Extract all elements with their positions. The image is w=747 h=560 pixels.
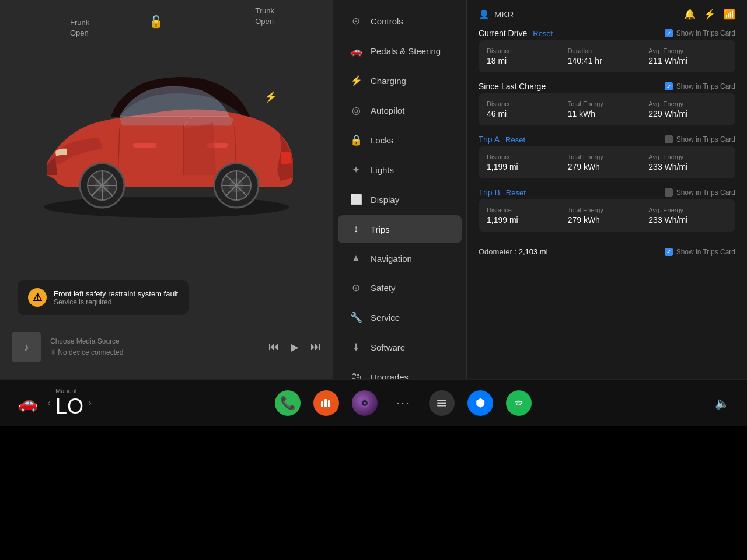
service-label: Service [371,313,400,323]
more-options-button[interactable]: ··· [390,390,416,416]
since-charge-checkbox[interactable]: ✓ [665,82,673,90]
trip-a-reset[interactable]: Reset [505,135,525,144]
display-icon: ⬜ [350,194,362,206]
car-home-icon[interactable]: 🚗 [18,393,38,412]
svg-rect-26 [437,400,446,401]
display-label: Display [371,195,399,205]
user-name-text: MKR [494,9,514,19]
svg-rect-18 [133,143,156,148]
menu-item-lights[interactable]: ✦ Lights [338,156,462,184]
menu-item-software[interactable]: ⬇ Software [338,333,462,362]
software-label: Software [371,342,405,352]
wifi-icon: 📶 [724,9,735,20]
trip-b-header: Trip B Reset Show in Trips Card [479,188,735,197]
media-source: Choose Media Source [50,336,259,347]
svg-rect-22 [328,400,330,407]
play-button[interactable]: ▶ [291,341,299,354]
temp-arrow-right[interactable]: › [88,397,92,409]
trip-b-section: Trip B Reset Show in Trips Card Distance… [479,188,735,232]
odometer-show-trips: ✓ Show in Trips Card [665,248,735,256]
menu-item-autopilot[interactable]: ◎ Autopilot [338,96,462,125]
bluetooth-button[interactable]: ⬢ [467,390,493,416]
menu-item-locks[interactable]: 🔒 Locks [338,126,462,155]
media-controls[interactable]: ⏮ ▶ ⏭ [268,341,321,354]
user-avatar-icon: 👤 [479,9,490,20]
current-drive-section: Current Drive Reset ✓ Show in Trips Card… [479,29,735,72]
trip-a-header: Trip A Reset Show in Trips Card [479,135,735,144]
camera-icon-button[interactable] [352,390,378,416]
since-last-charge-stats: Distance 46 mi Total Energy 11 kWh Avg. … [479,93,735,125]
temp-mode-label: Manual [55,387,83,394]
user-name-row: 👤 MKR [479,9,514,20]
trip-a-stats: Distance 1,199 mi Total Energy 279 kWh A… [479,146,735,178]
navigation-icon: ▲ [350,253,362,264]
menu-item-safety[interactable]: ⊙ Safety [338,274,462,302]
spotify-button[interactable] [506,390,532,416]
temp-arrow-left[interactable]: ‹ [47,397,51,409]
menu-item-trips[interactable]: ↕ Trips [338,215,462,243]
user-header: 👤 MKR 🔔 ⚡ 📶 [479,9,735,20]
trips-label: Trips [371,225,390,235]
media-info: Choose Media Source ✳ No device connecte… [50,336,259,358]
taskbar: 🚗 ‹ Manual LO › 📞 ··· [0,379,747,426]
trunk-label: Trunk Open [255,6,274,27]
list-menu-button[interactable] [429,390,455,416]
trip-b-checkbox[interactable] [665,188,673,197]
since-charge-distance: Distance 46 mi [487,100,566,118]
menu-item-display[interactable]: ⬜ Display [338,186,462,214]
odometer-value: 2,103 mi [519,247,548,256]
current-drive-avg-energy: Avg. Energy 211 Wh/mi [648,47,727,65]
svg-rect-20 [321,401,323,407]
safety-icon: ⊙ [350,282,362,294]
current-drive-duration: Duration 140:41 hr [568,47,647,65]
trip-a-avg-energy: Avg. Energy 233 Wh/mi [648,153,727,172]
menu-item-navigation[interactable]: ▲ Navigation [338,244,462,272]
temperature-control: ‹ Manual LO › [47,387,92,419]
trip-b-distance: Distance 1,199 mi [487,206,566,225]
controls-icon: ⊙ [350,15,362,27]
media-thumbnail: ♪ [12,332,41,362]
safety-alert: ⚠ Front left safety restraint system fau… [18,280,189,315]
current-drive-stats: Distance 18 mi Duration 140:41 hr Avg. E… [479,40,735,72]
media-bar: ♪ Choose Media Source ✳ No device connec… [12,332,321,362]
since-last-charge-header: Since Last Charge ✓ Show in Trips Card [479,82,735,91]
trip-a-show-trips: Show in Trips Card [665,135,735,144]
menu-item-pedals[interactable]: 🚗 Pedals & Steering [338,37,462,65]
trips-icon: ↕ [350,223,362,235]
autopilot-icon: ◎ [350,104,362,117]
media-device: ✳ No device connected [50,347,259,358]
current-drive-reset[interactable]: Reset [533,29,553,38]
menu-item-service[interactable]: 🔧 Service [338,303,462,332]
bell-icon: 🔔 [684,9,696,20]
volume-icon[interactable]: 🔈 [715,396,729,410]
since-charge-total-energy: Total Energy 11 kWh [568,100,647,118]
alert-subtitle: Service is required [54,298,178,306]
menu-item-charging[interactable]: ⚡ Charging [338,66,462,95]
audio-bars-icon-button[interactable] [313,390,339,416]
nav-menu: ⊙ Controls 🚗 Pedals & Steering ⚡ Chargin… [333,0,467,379]
phone-icon-button[interactable]: 📞 [275,390,301,416]
current-drive-checkbox[interactable]: ✓ [665,29,673,37]
alert-title: Front left safety restraint system fault [54,289,178,298]
svg-point-25 [364,402,366,404]
car-image [12,35,321,222]
trip-a-checkbox[interactable] [665,135,673,144]
menu-item-controls[interactable]: ⊙ Controls [338,7,462,36]
prev-track-button[interactable]: ⏮ [268,341,279,354]
safety-label: Safety [371,283,396,293]
svg-rect-28 [437,405,446,407]
alert-text: Front left safety restraint system fault… [54,289,178,306]
trip-b-avg-energy: Avg. Energy 233 Wh/mi [648,206,727,225]
locks-icon: 🔒 [350,134,362,146]
taskbar-center: 📞 ··· ⬢ [275,390,532,416]
trip-b-reset[interactable]: Reset [506,188,526,197]
service-icon: 🔧 [350,312,362,324]
trip-a-title: Trip A [479,135,500,144]
controls-label: Controls [371,16,403,26]
trips-panel: 👤 MKR 🔔 ⚡ 📶 Current Drive Reset ✓ Show i… [467,0,747,379]
next-track-button[interactable]: ⏭ [310,341,321,354]
autopilot-label: Autopilot [371,106,404,116]
odometer-checkbox[interactable]: ✓ [665,248,673,256]
header-icons: 🔔 ⚡ 📶 [684,9,735,20]
since-last-charge-section: Since Last Charge ✓ Show in Trips Card D… [479,82,735,125]
